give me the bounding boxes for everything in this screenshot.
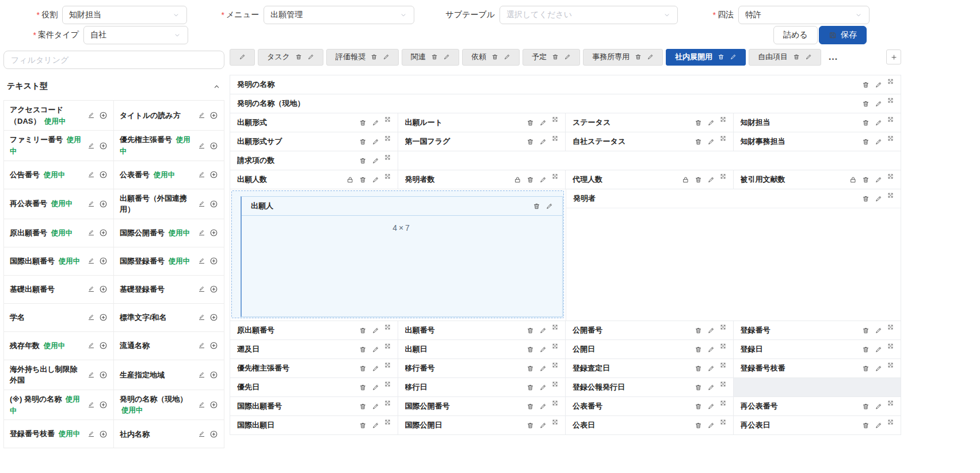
- trash-icon[interactable]: [862, 403, 870, 410]
- expand-icon[interactable]: [720, 362, 726, 368]
- trash-icon[interactable]: [359, 138, 367, 146]
- edit-icon[interactable]: [443, 54, 450, 60]
- edit-icon[interactable]: [805, 54, 812, 60]
- expand-icon[interactable]: [887, 343, 894, 349]
- edit-icon[interactable]: [875, 81, 882, 89]
- edit-icon[interactable]: [707, 327, 715, 334]
- field-cell[interactable]: 登録公報発行日: [566, 378, 734, 397]
- expand-icon[interactable]: [887, 192, 894, 199]
- expand-icon[interactable]: [384, 362, 391, 368]
- edit-icon[interactable]: [875, 403, 882, 410]
- edit-underline-icon[interactable]: [87, 171, 95, 178]
- expand-icon[interactable]: [552, 400, 558, 406]
- trash-icon[interactable]: [862, 81, 870, 89]
- expand-icon[interactable]: [887, 362, 894, 368]
- expand-icon[interactable]: [887, 135, 894, 142]
- sidebar-field-item[interactable]: 海外持ち出し制限除外国: [4, 360, 114, 390]
- edit-icon[interactable]: [539, 176, 547, 184]
- expand-icon[interactable]: [384, 135, 391, 142]
- trash-icon[interactable]: [695, 176, 702, 184]
- plus-circle-icon[interactable]: [99, 430, 108, 438]
- trash-icon[interactable]: [295, 54, 302, 60]
- menu-select[interactable]: 出願管理: [264, 6, 414, 24]
- edit-icon[interactable]: [546, 203, 553, 210]
- trash-icon[interactable]: [359, 403, 367, 410]
- plus-circle-icon[interactable]: [209, 341, 218, 350]
- edit-underline-icon[interactable]: [198, 430, 205, 438]
- field-cell[interactable]: 移行番号: [398, 359, 566, 378]
- sidebar-field-item[interactable]: 学名: [4, 304, 114, 332]
- trash-icon[interactable]: [527, 422, 534, 429]
- trash-icon[interactable]: [359, 327, 367, 334]
- field-cell[interactable]: 出願ルート: [398, 113, 566, 132]
- edit-underline-icon[interactable]: [87, 342, 95, 349]
- expand-icon[interactable]: [720, 381, 726, 387]
- sidebar-field-item[interactable]: 再公表番号 使用中: [4, 189, 114, 219]
- plus-circle-icon[interactable]: [99, 341, 108, 350]
- trash-icon[interactable]: [527, 365, 534, 372]
- edit-underline-icon[interactable]: [198, 371, 205, 379]
- field-cell[interactable]: 公開番号: [566, 321, 734, 340]
- edit-underline-icon[interactable]: [87, 229, 95, 236]
- role-select[interactable]: 知財担当: [62, 6, 187, 24]
- expand-icon[interactable]: [384, 173, 391, 180]
- edit-underline-icon[interactable]: [87, 257, 95, 265]
- sidebar-section-header[interactable]: テキスト型: [3, 75, 224, 98]
- expand-icon[interactable]: [720, 116, 726, 123]
- expand-icon[interactable]: [552, 324, 558, 330]
- trash-icon[interactable]: [359, 384, 367, 391]
- expand-icon[interactable]: [887, 173, 894, 180]
- field-cell[interactable]: 登録日: [734, 340, 902, 359]
- edit-icon[interactable]: [539, 327, 547, 334]
- sidebar-field-item[interactable]: 国際公開番号 使用中: [114, 219, 224, 247]
- subtable-block[interactable]: 発明者: [566, 189, 901, 321]
- expand-icon[interactable]: [552, 173, 558, 180]
- edit-icon[interactable]: [372, 157, 379, 165]
- edit-icon[interactable]: [707, 119, 715, 127]
- sidebar-field-item[interactable]: 流通名称: [114, 332, 224, 360]
- trash-icon[interactable]: [862, 365, 870, 372]
- tab-item[interactable]: 事務所専用: [583, 49, 663, 66]
- field-cell[interactable]: 出願形式サブ: [230, 132, 398, 151]
- field-cell[interactable]: 被引用文献数: [734, 170, 902, 189]
- plus-circle-icon[interactable]: [99, 170, 108, 179]
- expand-icon[interactable]: [552, 381, 558, 387]
- trash-icon[interactable]: [371, 54, 377, 60]
- trash-icon[interactable]: [491, 54, 498, 60]
- tab-item[interactable]: 関連: [402, 49, 459, 66]
- field-cell[interactable]: 原出願番号: [230, 321, 398, 340]
- expand-icon[interactable]: [384, 116, 391, 123]
- field-cell[interactable]: ステータス: [566, 113, 734, 132]
- field-cell[interactable]: 遡及日: [230, 340, 398, 359]
- field-cell[interactable]: 代理人数: [566, 170, 734, 189]
- field-cell[interactable]: 出願日: [398, 340, 566, 359]
- sidebar-field-item[interactable]: 国際出願番号 使用中: [4, 247, 114, 276]
- trash-icon[interactable]: [862, 119, 870, 127]
- expand-icon[interactable]: [552, 116, 558, 123]
- sidebar-field-item[interactable]: 登録番号枝番 使用中: [4, 420, 114, 448]
- trash-icon[interactable]: [527, 119, 534, 127]
- plus-circle-icon[interactable]: [209, 257, 218, 265]
- edit-icon[interactable]: [707, 346, 715, 353]
- plus-circle-icon[interactable]: [99, 285, 108, 293]
- case-type-select[interactable]: 自社: [83, 26, 188, 44]
- trash-icon[interactable]: [695, 403, 702, 410]
- trash-icon[interactable]: [527, 138, 534, 146]
- field-cell[interactable]: 登録査定日: [566, 359, 734, 378]
- edit-underline-icon[interactable]: [87, 142, 95, 150]
- edit-icon[interactable]: [539, 403, 547, 410]
- trash-icon[interactable]: [359, 119, 367, 127]
- edit-underline-icon[interactable]: [87, 112, 95, 119]
- edit-underline-icon[interactable]: [87, 285, 95, 293]
- plus-circle-icon[interactable]: [99, 257, 108, 265]
- edit-icon[interactable]: [372, 138, 379, 146]
- field-cell[interactable]: 再公表番号: [734, 397, 902, 416]
- edit-underline-icon[interactable]: [198, 229, 205, 236]
- plus-circle-icon[interactable]: [99, 200, 108, 208]
- trash-icon[interactable]: [793, 54, 800, 60]
- field-cell[interactable]: 第一国フラグ: [398, 132, 566, 151]
- field-cell[interactable]: 公開日: [566, 340, 734, 359]
- edit-icon[interactable]: [307, 54, 314, 60]
- trash-icon[interactable]: [359, 365, 367, 372]
- plus-circle-icon[interactable]: [99, 371, 108, 379]
